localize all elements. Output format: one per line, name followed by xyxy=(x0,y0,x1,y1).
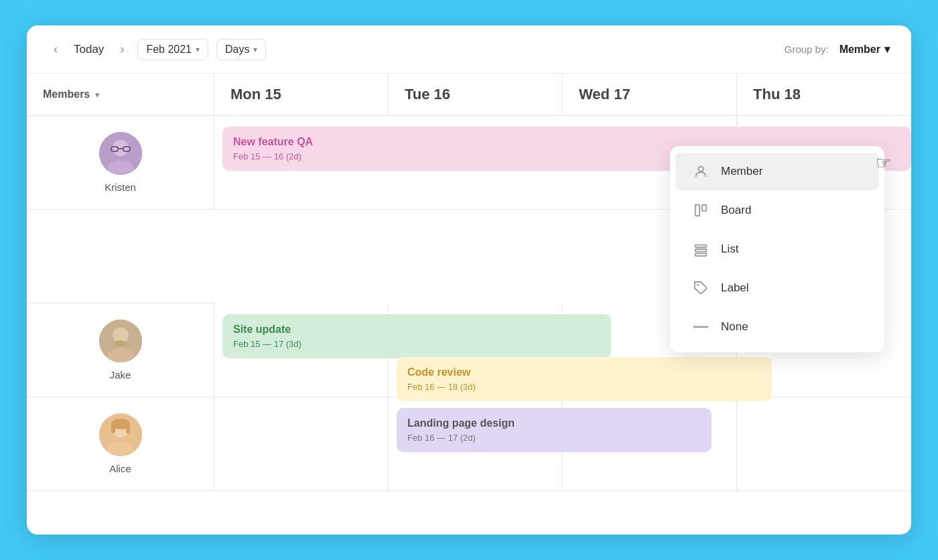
svg-rect-18 xyxy=(702,205,706,211)
dropdown-item-member[interactable]: Member ☞ xyxy=(675,153,879,190)
header-day1: Mon 15 xyxy=(214,74,389,116)
avatar-kristen xyxy=(99,132,142,175)
header-day4: Thu 18 xyxy=(737,74,911,116)
member-name-alice: Alice xyxy=(109,463,131,474)
app-container: ‹ Today › Feb 2021 ▾ Days ▾ Group by: Me… xyxy=(27,25,911,535)
kristen-event-cell-mon: New feature QA Feb 15 — 16 (2d) xyxy=(214,116,563,210)
event-title-landing-page-design: Landing page design xyxy=(407,417,701,429)
member-cell-jake: Jake xyxy=(27,303,214,397)
person-icon xyxy=(691,162,710,181)
jake-event-cell-mon: Site update Feb 15 — 17 (3d) xyxy=(214,303,389,397)
toolbar: ‹ Today › Feb 2021 ▾ Days ▾ Group by: Me… xyxy=(27,25,911,74)
header-day2: Tue 16 xyxy=(389,74,563,116)
dropdown-item-board[interactable]: Board xyxy=(675,192,879,229)
event-title-code-review: Code review xyxy=(407,366,761,378)
dropdown-label-list: List xyxy=(721,242,738,256)
member-row-alice: Alice Landing page design Feb 16 — 17 (2… xyxy=(27,397,911,491)
board-icon xyxy=(691,201,710,220)
nav-controls: ‹ Today › xyxy=(48,40,129,59)
next-arrow[interactable]: › xyxy=(115,40,129,59)
dropdown-label-board: Board xyxy=(721,204,751,217)
alice-event-cell-mon xyxy=(214,397,389,491)
svg-rect-19 xyxy=(695,245,707,248)
dropdown-label-label: Label xyxy=(721,281,749,295)
svg-rect-20 xyxy=(695,249,707,252)
event-title-site-update: Site update xyxy=(233,324,600,336)
svg-rect-17 xyxy=(695,205,699,216)
event-landing-page-design[interactable]: Landing page design Feb 16 — 17 (2d) xyxy=(397,408,712,452)
list-icon xyxy=(691,240,710,259)
dropdown-label-none: None xyxy=(721,320,748,334)
member-cell-kristen: Kristen xyxy=(27,116,214,210)
member-cell-alice: Alice xyxy=(27,397,214,491)
members-header-label: Members xyxy=(43,88,90,100)
group-by-dropdown: Member ☞ Board List xyxy=(670,146,884,352)
member-name-kristen: Kristen xyxy=(105,182,136,193)
svg-rect-14 xyxy=(111,423,115,433)
avatar-alice xyxy=(99,413,142,456)
tag-icon xyxy=(691,279,710,297)
member-name-jake: Jake xyxy=(110,369,131,380)
event-date-site-update: Feb 15 — 17 (3d) xyxy=(233,339,600,349)
dropdown-label-member: Member xyxy=(721,165,762,178)
dropdown-item-label[interactable]: Label xyxy=(675,269,879,307)
event-date-landing-page-design: Feb 16 — 17 (2d) xyxy=(407,433,701,443)
svg-point-16 xyxy=(698,167,703,171)
avatar-jake xyxy=(99,320,142,362)
month-dropdown[interactable]: Feb 2021 ▾ xyxy=(137,39,208,60)
svg-point-9 xyxy=(114,340,127,347)
alice-event-cell-thu xyxy=(737,397,911,491)
event-site-update[interactable]: Site update Feb 15 — 17 (3d) xyxy=(222,314,611,358)
svg-rect-15 xyxy=(126,423,130,433)
svg-rect-21 xyxy=(695,253,707,256)
members-header-arrow[interactable]: ▾ xyxy=(95,90,100,100)
today-button[interactable]: Today xyxy=(68,40,109,59)
days-dropdown[interactable]: Days ▾ xyxy=(216,39,266,60)
alice-event-cell-tue: Landing page design Feb 16 — 17 (2d) xyxy=(389,397,563,491)
event-date-code-review: Feb 16 — 18 (3d) xyxy=(407,382,761,392)
group-by-label: Group by: xyxy=(785,44,829,55)
dropdown-item-list[interactable]: List xyxy=(675,230,879,268)
calendar-header-row: Members ▾ Mon 15 Tue 16 Wed 17 Thu 18 xyxy=(27,74,911,116)
svg-point-22 xyxy=(697,284,699,286)
event-code-review[interactable]: Code review Feb 16 — 18 (3d) xyxy=(397,357,772,401)
prev-arrow[interactable]: ‹ xyxy=(48,40,63,59)
dropdown-item-none[interactable]: None xyxy=(675,308,879,346)
group-by-value[interactable]: Member ▾ xyxy=(840,43,890,56)
header-day3: Wed 17 xyxy=(563,74,737,116)
dash-icon xyxy=(691,318,710,336)
kristen-event-cell-thu xyxy=(27,210,214,303)
members-header-cell: Members ▾ xyxy=(27,74,214,116)
